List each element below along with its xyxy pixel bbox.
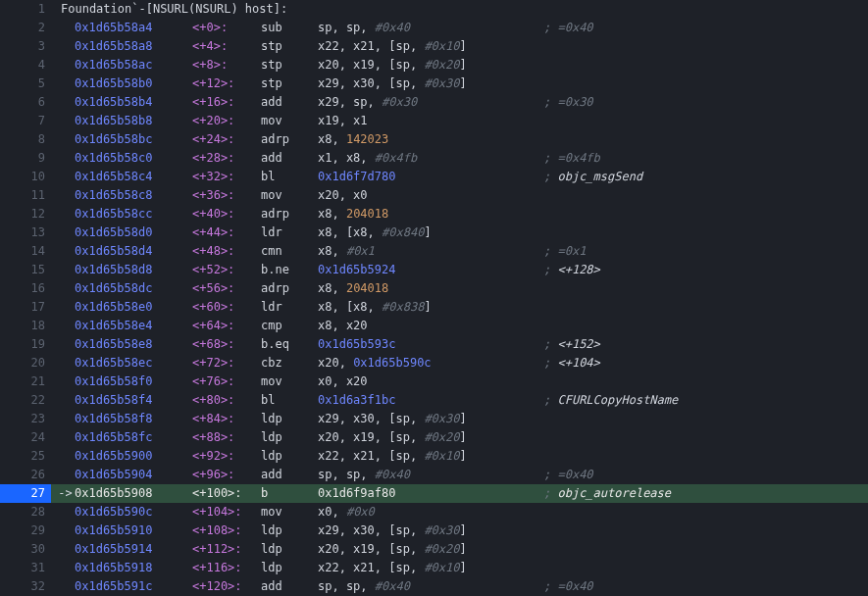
instruction-offset: <+96>: xyxy=(192,468,234,481)
operand-immediate: =0x40 xyxy=(557,579,592,593)
operand-register: ] xyxy=(460,430,467,444)
operand-immediate: #0x20 xyxy=(424,58,459,72)
instruction-comment: ; <+152> xyxy=(543,335,868,354)
instruction-operands: x29, x30, [sp, #0x30] xyxy=(318,522,543,540)
instruction-offset: <+104>: xyxy=(192,505,242,519)
line-content: 0x1d65b58c8 <+36>: mov x20, x0 xyxy=(51,186,868,205)
instruction-offset: <+116>: xyxy=(192,561,242,574)
instruction-comment: ; CFURLCopyHostName xyxy=(543,391,868,410)
disassembly-line[interactable]: 26 0x1d65b5904 <+96>: add sp, sp, #0x40 … xyxy=(0,466,868,484)
disassembly-line[interactable]: 24 0x1d65b58fc <+88>: ldp x20, x19, [sp,… xyxy=(0,428,868,447)
instruction-comment: ; =0x1 xyxy=(543,242,868,261)
line-number: 27 xyxy=(0,484,51,503)
instruction-offset: <+88>: xyxy=(192,430,234,444)
disassembly-line[interactable]: 14 0x1d65b58d4 <+48>: cmn x8, #0x1 ; =0x… xyxy=(0,242,868,261)
disassembly-line[interactable]: 25 0x1d65b5900 <+92>: ldp x22, x21, [sp,… xyxy=(0,447,868,466)
instruction-offset: <+112>: xyxy=(192,542,242,556)
line-content: 0x1d65b58f8 <+84>: ldp x29, x30, [sp, #0… xyxy=(51,410,868,428)
comment-punct: ; xyxy=(543,579,557,593)
disassembly-line[interactable]: 17 0x1d65b58e0 <+60>: ldr x8, [x8, #0x83… xyxy=(0,298,868,317)
operand-register: x8, xyxy=(318,281,346,295)
line-number: 32 xyxy=(0,577,51,596)
instruction-offset: <+24>: xyxy=(192,132,234,146)
disassembly-line[interactable]: 2 0x1d65b58a4 <+0>: sub sp, sp, #0x40 ; … xyxy=(0,19,868,37)
comment-symbol: <+152> xyxy=(557,337,599,351)
line-content: 0x1d65b58a8 <+4>: stp x22, x21, [sp, #0x… xyxy=(51,37,868,56)
instruction-operands: x8, x20 xyxy=(318,317,543,335)
line-number: 30 xyxy=(0,540,51,559)
instruction-address: 0x1d65b58e8 xyxy=(75,337,152,351)
operand-register: x29, x30, [sp, xyxy=(318,523,424,537)
instruction-offset: <+56>: xyxy=(192,281,234,295)
disassembly-line[interactable]: 9 0x1d65b58c0 <+28>: add x1, x8, #0x4fb … xyxy=(0,149,868,168)
operand-register: ] xyxy=(460,39,467,53)
operand-register: ] xyxy=(460,523,467,537)
instruction-operands: sp, sp, #0x40 xyxy=(318,19,543,37)
disassembly-line[interactable]: 21 0x1d65b58f0 <+76>: mov x0, x20 xyxy=(0,372,868,391)
operand-register: ] xyxy=(460,449,467,463)
disassembly-line[interactable]: 10 0x1d65b58c4 <+32>: bl 0x1d6f7d780 ; o… xyxy=(0,168,868,186)
instruction-address: 0x1d65b58d4 xyxy=(75,244,152,258)
instruction-mnemonic: adrp xyxy=(261,281,289,295)
operand-register: ] xyxy=(460,412,467,425)
disassembly-line[interactable]: 30 0x1d65b5914 <+112>: ldp x20, x19, [sp… xyxy=(0,540,868,559)
line-content: 0x1d65b58f0 <+76>: mov x0, x20 xyxy=(51,372,868,391)
instruction-address: 0x1d65b58e0 xyxy=(75,300,152,314)
instruction-offset: <+76>: xyxy=(192,374,234,388)
instruction-offset: <+52>: xyxy=(192,263,234,276)
disassembly-line[interactable]: 28 0x1d65b590c <+104>: mov x0, #0x0 xyxy=(0,503,868,522)
disassembly-line[interactable]: 11 0x1d65b58c8 <+36>: mov x20, x0 xyxy=(0,186,868,205)
operand-register: x20, xyxy=(318,356,353,370)
operand-immediate: #0x10 xyxy=(424,39,459,53)
disassembly-line[interactable]: 7 0x1d65b58b8 <+20>: mov x19, x1 xyxy=(0,112,868,130)
disassembly-line[interactable]: 15 0x1d65b58d8 <+52>: b.ne 0x1d65b5924 ;… xyxy=(0,261,868,279)
disassembly-line[interactable]: 4 0x1d65b58ac <+8>: stp x20, x19, [sp, #… xyxy=(0,56,868,74)
operand-register: x20, x19, [sp, xyxy=(318,430,424,444)
disassembly-line[interactable]: 13 0x1d65b58d0 <+44>: ldr x8, [x8, #0x84… xyxy=(0,224,868,242)
disassembly-line[interactable]: 27 -> 0x1d65b5908 <+100>: b 0x1d6f9af80 … xyxy=(0,484,868,503)
operand-immediate: =0x4fb xyxy=(557,151,599,165)
line-content: 0x1d65b591c <+120>: add sp, sp, #0x40 ; … xyxy=(51,577,868,596)
line-number: 6 xyxy=(0,93,51,112)
operand-immediate: =0x40 xyxy=(557,468,592,481)
operand-immediate: #0x838 xyxy=(382,300,424,314)
disassembly-view[interactable]: 1 Foundation`-[NSURL(NSURL) host]: 2 0x1… xyxy=(0,0,868,596)
instruction-operands: x20, x19, [sp, #0x20] xyxy=(318,540,543,559)
instruction-operands: x8, [x8, #0x840] xyxy=(318,224,543,242)
disassembly-line[interactable]: 8 0x1d65b58bc <+24>: adrp x8, 142023 xyxy=(0,130,868,149)
line-number: 8 xyxy=(0,130,51,149)
operand-register: x1, x8, xyxy=(318,151,375,165)
operand-register: ] xyxy=(424,225,431,239)
disassembly-line[interactable]: 16 0x1d65b58dc <+56>: adrp x8, 204018 xyxy=(0,279,868,298)
line-number: 17 xyxy=(0,298,51,317)
operand-register: x0, xyxy=(318,505,346,519)
disassembly-line[interactable]: 3 0x1d65b58a8 <+4>: stp x22, x21, [sp, #… xyxy=(0,37,868,56)
operand-register: x22, x21, [sp, xyxy=(318,561,424,574)
line-content: 0x1d65b58b8 <+20>: mov x19, x1 xyxy=(51,112,868,130)
operand-register: x8, [x8, xyxy=(318,225,382,239)
instruction-address: 0x1d65b58b4 xyxy=(75,95,152,109)
instruction-operands: x20, x0 xyxy=(318,186,543,205)
instruction-mnemonic: add xyxy=(261,151,282,165)
line-number: 16 xyxy=(0,279,51,298)
disassembly-line[interactable]: 18 0x1d65b58e4 <+64>: cmp x8, x20 xyxy=(0,317,868,335)
disassembly-line[interactable]: 20 0x1d65b58ec <+72>: cbz x20, 0x1d65b59… xyxy=(0,354,868,372)
disassembly-line[interactable]: 5 0x1d65b58b0 <+12>: stp x29, x30, [sp, … xyxy=(0,74,868,93)
disassembly-line[interactable]: 12 0x1d65b58cc <+40>: adrp x8, 204018 xyxy=(0,205,868,224)
disassembly-line[interactable]: 19 0x1d65b58e8 <+68>: b.eq 0x1d65b593c ;… xyxy=(0,335,868,354)
disassembly-line[interactable]: 23 0x1d65b58f8 <+84>: ldp x29, x30, [sp,… xyxy=(0,410,868,428)
instruction-operands: x20, 0x1d65b590c xyxy=(318,354,543,372)
disassembly-line[interactable]: 29 0x1d65b5910 <+108>: ldp x29, x30, [sp… xyxy=(0,522,868,540)
disassembly-line[interactable]: 32 0x1d65b591c <+120>: add sp, sp, #0x40… xyxy=(0,577,868,596)
disassembly-line[interactable]: 22 0x1d65b58f4 <+80>: bl 0x1d6a3f1bc ; C… xyxy=(0,391,868,410)
instruction-address: 0x1d65b5904 xyxy=(75,468,152,481)
instruction-offset: <+0>: xyxy=(192,21,228,34)
instruction-address: 0x1d65b58b8 xyxy=(75,114,152,127)
operand-register: x22, x21, [sp, xyxy=(318,449,424,463)
comment-symbol: <+128> xyxy=(557,263,599,276)
disassembly-line[interactable]: 6 0x1d65b58b4 <+16>: add x29, sp, #0x30 … xyxy=(0,93,868,112)
line-number: 11 xyxy=(0,186,51,205)
disassembly-line[interactable]: 31 0x1d65b5918 <+116>: ldp x22, x21, [sp… xyxy=(0,559,868,577)
instruction-address: 0x1d65b591c xyxy=(75,579,152,593)
operand-immediate: #0x30 xyxy=(424,76,459,90)
